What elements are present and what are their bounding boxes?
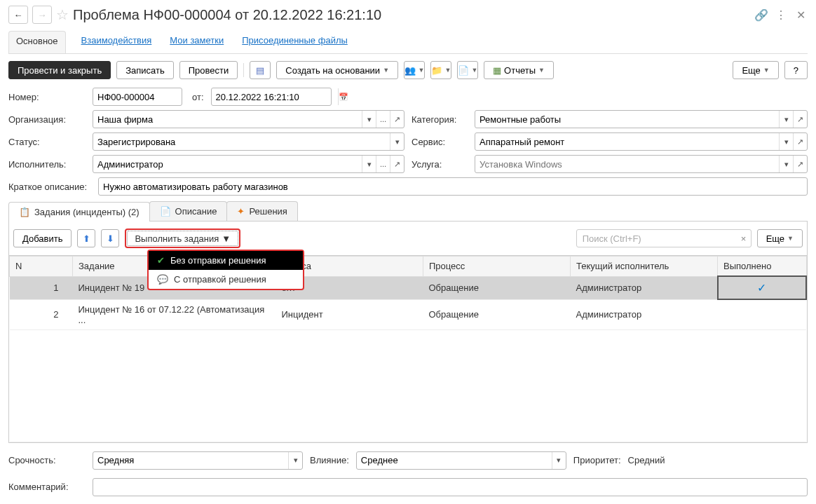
- cell-process: Обращение: [423, 276, 571, 299]
- open-icon[interactable]: ↗: [390, 156, 404, 172]
- usluga-label: Услуга:: [412, 159, 468, 170]
- executor-label: Исполнитель:: [8, 159, 86, 170]
- execute-tasks-button[interactable]: Выполнить задания▼: [125, 229, 240, 248]
- write-button[interactable]: Записать: [116, 61, 174, 79]
- open-icon[interactable]: ↗: [390, 111, 404, 128]
- post-and-close-button[interactable]: Провести и закрыть: [8, 61, 111, 79]
- number-field[interactable]: [93, 88, 182, 106]
- folder-button[interactable]: 📁▼: [430, 61, 451, 79]
- desc-label: Краткое описание:: [8, 182, 91, 192]
- favorite-star-icon[interactable]: ☆: [56, 6, 69, 23]
- tab-tasks[interactable]: 📋Задания (инциденты) (2): [8, 202, 150, 222]
- calendar-icon[interactable]: 📅: [338, 88, 348, 105]
- tab-main[interactable]: Основное: [8, 31, 66, 53]
- menu-item-no-send[interactable]: ✔Без отправки решения: [149, 251, 303, 270]
- urgency-label: Срочность:: [8, 455, 86, 465]
- open-icon[interactable]: ↗: [793, 156, 807, 172]
- col-n[interactable]: N: [10, 257, 73, 277]
- table-row[interactable]: 1 Инцидент № 19 ент Обращение Администра…: [10, 276, 807, 299]
- date-field[interactable]: 📅: [211, 88, 332, 106]
- usluga-field[interactable]: ▾↗: [475, 155, 808, 173]
- dropdown-icon[interactable]: ▾: [362, 111, 376, 128]
- dropdown-icon[interactable]: ▾: [779, 111, 793, 128]
- open-icon[interactable]: ↗: [793, 133, 807, 150]
- influence-field[interactable]: ▾: [356, 451, 566, 470]
- comment-label: Комментарий:: [8, 482, 86, 492]
- col-exec[interactable]: Текущий исполнитель: [571, 257, 718, 277]
- inner-more-button[interactable]: Еще▼: [757, 229, 803, 247]
- tab-description-label: Описание: [175, 206, 217, 217]
- link-icon[interactable]: 🔗: [754, 8, 768, 22]
- tab-files[interactable]: Присоединенные файлы: [239, 31, 351, 53]
- tab-interactions[interactable]: Взаимодействия: [79, 31, 155, 53]
- star-icon: ✦: [237, 206, 245, 217]
- category-field[interactable]: ▾↗: [475, 110, 808, 128]
- create-based-button[interactable]: Создать на основании▼: [276, 61, 398, 79]
- dropdown-icon[interactable]: ▾: [779, 133, 793, 150]
- cell-exec: Администратор: [571, 299, 718, 329]
- reports-button[interactable]: ▦Отчеты▼: [484, 61, 554, 79]
- service-field[interactable]: ▾↗: [475, 132, 808, 151]
- kebab-menu-icon[interactable]: ⋮: [774, 8, 788, 22]
- list-icon-button[interactable]: ▤: [250, 61, 271, 79]
- comment-field[interactable]: [93, 478, 808, 496]
- ellipsis-icon[interactable]: ...: [376, 156, 390, 172]
- doc-button[interactable]: 📄▼: [457, 61, 478, 79]
- number-label: Номер:: [8, 92, 86, 102]
- menu-with-send-label: С отправкой решения: [174, 274, 266, 285]
- urgency-field[interactable]: ▾: [93, 451, 303, 470]
- ellipsis-icon[interactable]: ...: [376, 111, 390, 128]
- move-down-button[interactable]: ⬇: [101, 229, 119, 247]
- reports-label: Отчеты: [504, 65, 536, 76]
- tab-notes[interactable]: Мои заметки: [167, 31, 226, 53]
- status-label: Статус:: [8, 137, 86, 147]
- more-button[interactable]: Еще▼: [733, 61, 778, 79]
- category-label: Категория:: [412, 114, 468, 125]
- search-input[interactable]: ×: [576, 229, 752, 247]
- dropdown-icon[interactable]: ▾: [390, 133, 404, 150]
- execute-tasks-label: Выполнить задания: [135, 233, 219, 244]
- date-label: от:: [192, 92, 204, 102]
- doc-icon: 📄: [160, 206, 171, 217]
- people-button[interactable]: 👥▼: [404, 61, 425, 79]
- status-field[interactable]: ▾: [93, 132, 404, 151]
- col-process[interactable]: Процесс: [423, 257, 571, 277]
- cell-done[interactable]: ✓: [718, 276, 807, 299]
- close-icon[interactable]: ✕: [794, 8, 808, 22]
- checkmark-icon: ✓: [757, 282, 766, 294]
- empty-area: [10, 329, 807, 442]
- dropdown-icon[interactable]: ▾: [779, 156, 793, 172]
- cell-exec: Администратор: [571, 276, 718, 299]
- priority-label: Приоритет:: [573, 455, 621, 465]
- open-icon[interactable]: ↗: [793, 111, 807, 128]
- desc-field[interactable]: [98, 177, 808, 196]
- inner-more-label: Еще: [766, 233, 784, 244]
- forward-button[interactable]: →: [32, 6, 52, 24]
- dropdown-icon[interactable]: ▾: [362, 156, 376, 172]
- back-button[interactable]: ←: [8, 6, 28, 24]
- page-title: Проблема НФ00-000004 от 20.12.2022 16:21…: [73, 7, 381, 23]
- add-button[interactable]: Добавить: [13, 229, 72, 247]
- menu-item-with-send[interactable]: 💬С отправкой решения: [149, 270, 303, 289]
- table-row[interactable]: 2 Инцидент № 16 от 07.12.22 (Автоматизац…: [10, 299, 807, 329]
- cell-proc-type: Инцидент: [276, 299, 423, 329]
- tab-description[interactable]: 📄Описание: [149, 201, 228, 221]
- help-button[interactable]: ?: [784, 61, 808, 79]
- list-icon: 📋: [19, 207, 30, 217]
- clear-search-icon[interactable]: ×: [737, 233, 751, 244]
- dropdown-icon[interactable]: ▾: [288, 452, 302, 469]
- create-based-label: Создать на основании: [285, 65, 380, 76]
- col-done[interactable]: Выполнено: [718, 257, 807, 277]
- cell-done[interactable]: [718, 299, 807, 329]
- divider: [243, 63, 244, 77]
- executor-field[interactable]: ▾...↗: [93, 155, 404, 173]
- execute-tasks-menu: ✔Без отправки решения 💬С отправкой решен…: [147, 250, 304, 290]
- tab-solutions[interactable]: ✦Решения: [226, 201, 297, 221]
- dropdown-icon[interactable]: ▾: [552, 452, 566, 469]
- tab-solutions-label: Решения: [249, 206, 287, 217]
- post-button[interactable]: Провести: [179, 61, 238, 79]
- org-field[interactable]: ▾...↗: [93, 110, 404, 128]
- more-label: Еще: [742, 65, 760, 76]
- tasks-table: N Задание оцесса Процесс Текущий исполни…: [9, 256, 807, 442]
- move-up-button[interactable]: ⬆: [77, 229, 95, 247]
